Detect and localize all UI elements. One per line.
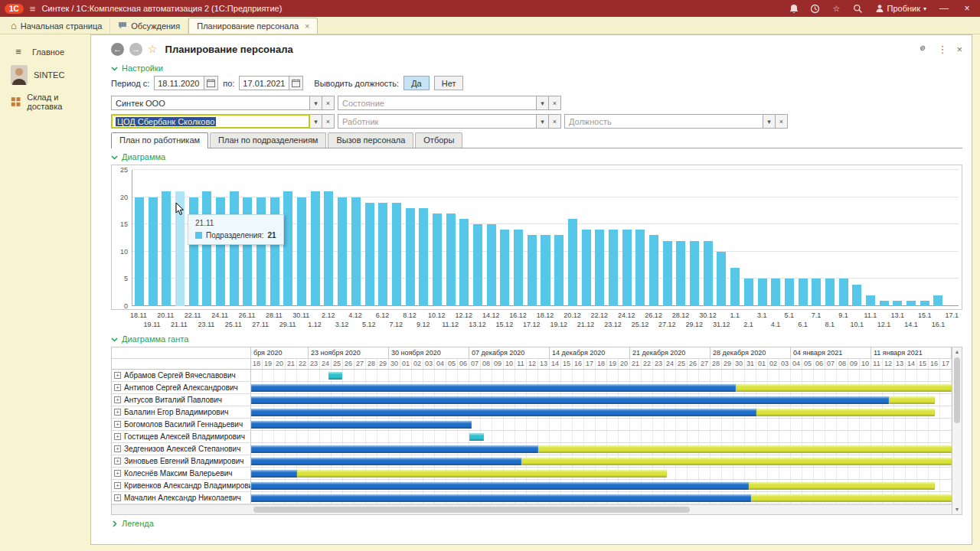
chart-bar-13.12[interactable] <box>473 224 482 306</box>
dropdown-icon[interactable]: ▾ <box>310 96 322 110</box>
state-combobox[interactable]: Состояние ▾ × <box>338 96 561 110</box>
chart-bar-20.12[interactable] <box>568 219 577 306</box>
tab-close-icon[interactable]: × <box>305 21 309 31</box>
page-favorite-star-icon[interactable]: ☆ <box>148 43 158 55</box>
show-position-yes-button[interactable]: Да <box>403 76 430 90</box>
gantt-bar-plan_blue[interactable] <box>251 445 538 453</box>
gantt-row-name[interactable]: +Зиновьев Евгений Владимирович <box>112 455 251 467</box>
row-expander-icon[interactable]: + <box>114 396 121 403</box>
show-position-no-button[interactable]: Нет <box>434 76 464 90</box>
favorites-star-icon[interactable]: ☆ <box>829 2 844 15</box>
gantt-bar-plan_yellow[interactable] <box>749 482 935 490</box>
chart-bar-30.12[interactable] <box>704 241 713 306</box>
clear-icon[interactable]: × <box>322 114 335 129</box>
current-user-menu[interactable]: Пробник ▾ <box>872 4 930 13</box>
chart-bar-14.12[interactable] <box>487 224 496 306</box>
back-button[interactable]: ← <box>111 43 124 56</box>
vertical-scrollbar-thumb[interactable] <box>954 357 960 423</box>
chart-bar-7.12[interactable] <box>392 203 401 306</box>
forward-button[interactable]: → <box>129 43 142 56</box>
gantt-row-name[interactable]: +Богомолов Василий Геннадьевич <box>112 419 251 430</box>
chart-bar-27.12[interactable] <box>663 241 672 306</box>
dropdown-icon[interactable]: ▾ <box>537 114 549 129</box>
chart-bar-10.1[interactable] <box>852 285 861 306</box>
scroll-up-icon[interactable]: ▲ <box>952 347 962 357</box>
chart-bar-15.1[interactable] <box>920 301 929 306</box>
state-placeholder[interactable]: Состояние <box>338 96 537 110</box>
sidebar-item-main[interactable]: ≡ Главное <box>0 42 90 61</box>
row-expander-icon[interactable]: + <box>114 458 121 465</box>
chart-bar-9.12[interactable] <box>419 208 428 306</box>
chart-bar-2.12[interactable] <box>324 191 333 306</box>
tab-personnel-planning[interactable]: Планирование персонала × <box>188 18 318 34</box>
gantt-bar-mark_cyan[interactable] <box>328 372 342 380</box>
clear-icon[interactable]: × <box>549 114 561 129</box>
chart-bar-4.1[interactable] <box>771 279 780 306</box>
chart-bar-5.12[interactable] <box>365 203 374 306</box>
gantt-row-name[interactable]: +Кривенков Александр Владимирович <box>112 480 251 491</box>
gantt-bar-plan_blue[interactable] <box>251 458 521 465</box>
gantt-bar-plan_blue[interactable] <box>251 421 472 429</box>
row-expander-icon[interactable]: + <box>114 372 121 379</box>
worker-combobox[interactable]: Работник ▾ × <box>338 114 561 129</box>
chart-bar-25.12[interactable] <box>635 230 645 306</box>
chart-bar-11.1[interactable] <box>866 295 875 306</box>
scroll-down-icon[interactable]: ▼ <box>952 505 962 514</box>
tab-plan-by-workers[interactable]: План по работникам <box>111 132 208 148</box>
notifications-bell-icon[interactable] <box>786 2 802 15</box>
chart-bar-3.1[interactable] <box>758 279 767 306</box>
chart-bar-18.12[interactable] <box>541 235 550 306</box>
chart-bar-16.1[interactable] <box>933 295 942 306</box>
chart-bar-21.12[interactable] <box>582 230 591 306</box>
chart-bar-9.1[interactable] <box>839 279 848 306</box>
chart-bar-3.12[interactable] <box>338 197 347 306</box>
chart-bar-16.12[interactable] <box>514 230 523 306</box>
department-value[interactable]: ЦОД Сбербанк Сколково <box>111 114 310 129</box>
chart-bar-14.1[interactable] <box>906 301 916 306</box>
gantt-row-name[interactable]: +Гостищев Алексей Владимирович <box>112 431 251 442</box>
chart-bar-29.12[interactable] <box>690 241 699 306</box>
history-icon[interactable] <box>808 2 823 15</box>
sidebar-item-sintec[interactable]: SINTEC <box>0 61 90 89</box>
tab-plan-by-departments[interactable]: План по подразделениям <box>210 132 326 148</box>
minimize-button[interactable]: — <box>936 2 952 15</box>
chart-bar-8.12[interactable] <box>406 208 415 306</box>
chart-bar-4.12[interactable] <box>351 197 361 306</box>
chart-bar-7.1[interactable] <box>812 279 821 306</box>
chart-bar-2.1[interactable] <box>744 279 753 306</box>
calendar-icon[interactable] <box>289 77 302 90</box>
horizontal-scrollbar[interactable] <box>112 504 952 514</box>
row-expander-icon[interactable]: + <box>114 482 121 489</box>
clear-icon[interactable]: × <box>776 114 788 129</box>
chart-bar-19.11[interactable] <box>149 197 158 306</box>
vertical-scrollbar-track[interactable] <box>952 424 962 505</box>
gantt-bar-plan_yellow[interactable] <box>756 409 935 416</box>
chart-bar-22.11[interactable] <box>189 197 198 306</box>
chart-bar-28.12[interactable] <box>676 241 685 306</box>
tab-personnel-call[interactable]: Вызов персонала <box>328 132 413 148</box>
gantt-row-name[interactable]: +Мачалин Александр Николаевич <box>112 492 251 504</box>
row-expander-icon[interactable]: + <box>114 445 121 452</box>
horizontal-scrollbar-thumb[interactable] <box>253 507 690 513</box>
chart-bar-8.1[interactable] <box>825 279 835 306</box>
gantt-row-name[interactable]: +Колеснёв Максим Валерьевич <box>112 468 251 479</box>
sidebar-item-warehouse[interactable]: Склад и доставка <box>0 89 90 115</box>
chart-bar-10.12[interactable] <box>433 214 442 306</box>
row-expander-icon[interactable]: + <box>114 421 121 428</box>
dropdown-icon[interactable]: ▾ <box>310 114 322 129</box>
section-legend[interactable]: Легенда <box>111 519 962 528</box>
chart-bar-23.12[interactable] <box>609 230 618 306</box>
tab-home[interactable]: ⌂ Начальная страница <box>3 18 110 34</box>
gantt-bar-plan_blue[interactable] <box>251 396 889 404</box>
row-expander-icon[interactable]: + <box>114 494 121 501</box>
chart-bar-15.12[interactable] <box>500 230 509 306</box>
gantt-row-name[interactable]: +Антусов Виталий Павлович <box>112 394 251 406</box>
gantt-bar-plan_yellow[interactable] <box>889 396 935 404</box>
dropdown-icon[interactable]: ▾ <box>763 114 776 129</box>
gantt-row-name[interactable]: +Балалин Егор Владимирович <box>112 406 251 418</box>
chart-bar-17.12[interactable] <box>528 235 537 306</box>
organization-value[interactable]: Синтек ООО <box>111 96 310 110</box>
chart-bar-31.12[interactable] <box>717 252 726 306</box>
chart-bar-6.1[interactable] <box>799 279 808 306</box>
gantt-bar-plan_blue[interactable] <box>251 494 751 502</box>
